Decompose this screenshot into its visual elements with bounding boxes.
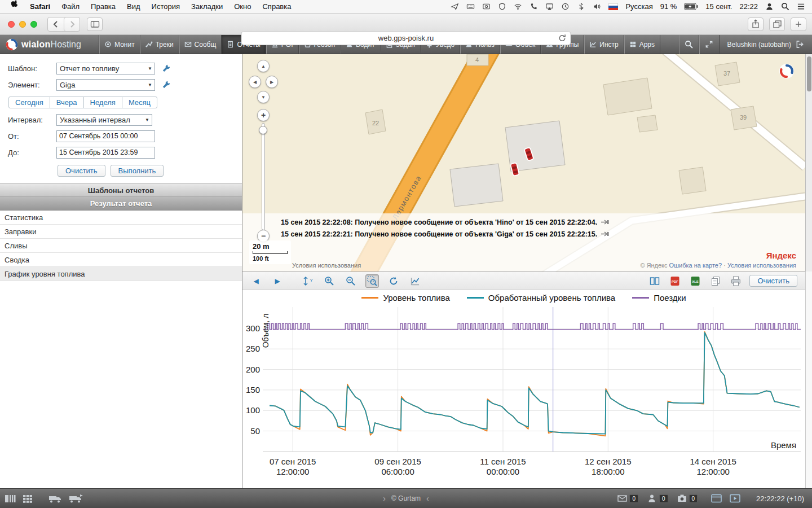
media-counter[interactable]: 0 bbox=[677, 494, 698, 503]
apps-panel-icon[interactable] bbox=[711, 494, 722, 503]
yandex-logo[interactable]: Яндекс bbox=[766, 251, 796, 260]
show-message-icon[interactable] bbox=[601, 231, 609, 237]
gurtam-copyright[interactable]: © Gurtam bbox=[391, 494, 421, 502]
clear-chart-button[interactable]: Очистить bbox=[749, 275, 797, 287]
clear-report-button[interactable]: Очистить bbox=[58, 165, 105, 177]
pan-right-button[interactable]: ▶ bbox=[266, 76, 278, 88]
reload-icon[interactable] bbox=[558, 33, 567, 43]
report-error-link[interactable]: Ошибка на карте? bbox=[669, 262, 722, 269]
drivers-counter[interactable]: 0 bbox=[647, 494, 668, 503]
menubar-time[interactable]: 22:22 bbox=[739, 2, 758, 11]
nav-tab-tools[interactable]: Инстр bbox=[584, 35, 624, 54]
zoom-out-icon[interactable] bbox=[344, 274, 358, 288]
nav-tab-monitoring[interactable]: Монит bbox=[99, 35, 140, 54]
report-result-item[interactable]: Сводка bbox=[0, 253, 242, 267]
search-button[interactable] bbox=[679, 35, 699, 54]
report-result-item[interactable]: График уровня топлива bbox=[0, 267, 242, 281]
sms-counter[interactable]: 0 bbox=[617, 494, 638, 503]
fuel-level-chart[interactable]: 5010015020025030007 сен 201512:00:0009 с… bbox=[242, 305, 805, 489]
menubar-menu[interactable]: История bbox=[146, 0, 186, 13]
menubar-menu[interactable]: Файл bbox=[56, 0, 85, 13]
show-message-icon[interactable] bbox=[601, 219, 609, 225]
range-today-button[interactable]: Сегодня bbox=[8, 97, 50, 108]
timemachine-icon[interactable] bbox=[561, 2, 570, 11]
share-icon[interactable] bbox=[748, 17, 764, 31]
range-week-button[interactable]: Неделя bbox=[83, 97, 122, 108]
range-month-button[interactable]: Месяц bbox=[122, 97, 157, 108]
report-result-item[interactable]: Статистика bbox=[0, 211, 242, 225]
map-scrollbar[interactable] bbox=[805, 54, 812, 271]
logout-icon[interactable] bbox=[796, 40, 804, 49]
menubar-menu[interactable]: Закладки bbox=[186, 0, 228, 13]
zoom-region-icon[interactable] bbox=[365, 274, 379, 288]
spotlight-icon[interactable] bbox=[781, 2, 789, 11]
close-window-button[interactable] bbox=[8, 21, 15, 28]
nav-tab-messages[interactable]: Сообщ bbox=[179, 35, 222, 54]
forward-button[interactable] bbox=[64, 17, 80, 31]
report-result-item[interactable]: Заправки bbox=[0, 225, 242, 239]
battery-icon[interactable] bbox=[684, 3, 698, 10]
safari-sidebar-icon[interactable] bbox=[87, 17, 103, 31]
back-button[interactable] bbox=[48, 17, 64, 31]
notification-center-icon[interactable] bbox=[797, 3, 805, 10]
panel-collapse-left-icon[interactable]: › bbox=[383, 494, 386, 503]
airplay-icon[interactable] bbox=[545, 2, 554, 11]
next-page-icon[interactable]: ▶ bbox=[271, 274, 284, 288]
element-settings-button[interactable] bbox=[162, 80, 171, 89]
range-yesterday-button[interactable]: Вчера bbox=[50, 97, 84, 108]
execute-report-button[interactable]: Выполнить bbox=[111, 165, 164, 177]
bottom-panel-icon[interactable] bbox=[5, 494, 16, 503]
phone-icon[interactable] bbox=[529, 2, 538, 11]
from-date-input[interactable] bbox=[56, 130, 155, 142]
menubar-menu[interactable]: Окно bbox=[228, 0, 257, 13]
minimize-window-button[interactable] bbox=[19, 21, 26, 28]
video-panel-icon[interactable] bbox=[730, 494, 740, 503]
fast-user-switch-icon[interactable] bbox=[765, 2, 774, 11]
element-select[interactable]: Giga▼ bbox=[56, 79, 155, 91]
templates-section-header[interactable]: Шаблоны отчетов bbox=[0, 183, 242, 197]
nav-tab-tracks[interactable]: Треки bbox=[140, 35, 179, 54]
menubar-menu[interactable]: Вид bbox=[121, 0, 146, 13]
tab-overview-icon[interactable] bbox=[769, 17, 785, 31]
bluetooth-icon[interactable] bbox=[577, 2, 585, 11]
input-language-flag-icon[interactable] bbox=[608, 3, 618, 10]
value-axis-icon[interactable]: Y bbox=[301, 274, 315, 288]
wifi-icon[interactable] bbox=[514, 2, 522, 11]
scrollbar-thumb[interactable] bbox=[807, 56, 811, 91]
zoom-window-button[interactable] bbox=[30, 21, 37, 28]
terms-link[interactable]: Условия использования bbox=[727, 262, 796, 269]
export-excel-icon[interactable]: XLS bbox=[689, 274, 702, 288]
zoom-slider-track[interactable] bbox=[262, 123, 265, 230]
moving-truck-icon[interactable] bbox=[69, 494, 83, 503]
interval-select[interactable]: Указанный интервал▼ bbox=[56, 114, 152, 126]
edit-graph-icon[interactable] bbox=[408, 274, 422, 288]
zoom-in-icon[interactable] bbox=[323, 274, 336, 288]
sharing-icon[interactable] bbox=[451, 2, 459, 11]
to-date-input[interactable] bbox=[56, 147, 155, 159]
split-view-icon[interactable] bbox=[648, 274, 661, 288]
wialon-logo[interactable]: wialonHosting bbox=[0, 35, 99, 54]
pan-up-button[interactable]: ▲ bbox=[257, 60, 270, 72]
address-bar[interactable]: web.gps-poisk.ru bbox=[241, 31, 571, 45]
panel-collapse-right-icon[interactable]: ‹ bbox=[426, 494, 429, 503]
menubar-menu[interactable]: Правка bbox=[85, 0, 121, 13]
template-select[interactable]: Отчет по топливу▼ bbox=[56, 63, 155, 75]
fullscreen-button[interactable] bbox=[699, 35, 720, 54]
screencap-icon[interactable] bbox=[482, 2, 491, 11]
user-menu[interactable]: Belushkin (autobahn) bbox=[720, 40, 812, 49]
report-result-item[interactable]: Сливы bbox=[0, 239, 242, 253]
pan-left-button[interactable]: ◀ bbox=[249, 76, 261, 88]
prev-page-icon[interactable]: ◀ bbox=[249, 274, 263, 288]
menubar-app-name[interactable]: Safari bbox=[24, 0, 56, 13]
nav-tab-apps[interactable]: Apps bbox=[624, 35, 660, 54]
apple-menu[interactable] bbox=[6, 0, 24, 13]
keyboard-icon[interactable] bbox=[466, 2, 475, 11]
template-settings-button[interactable] bbox=[162, 64, 171, 73]
zoom-in-button[interactable]: + bbox=[257, 109, 270, 121]
menubar-menu[interactable]: Справка bbox=[257, 0, 297, 13]
result-section-header[interactable]: Результат отчета bbox=[0, 197, 242, 211]
refresh-chart-icon[interactable] bbox=[387, 274, 400, 288]
zoom-slider-handle[interactable] bbox=[259, 126, 267, 134]
copy-icon[interactable] bbox=[709, 274, 722, 288]
new-tab-icon[interactable] bbox=[791, 17, 806, 31]
